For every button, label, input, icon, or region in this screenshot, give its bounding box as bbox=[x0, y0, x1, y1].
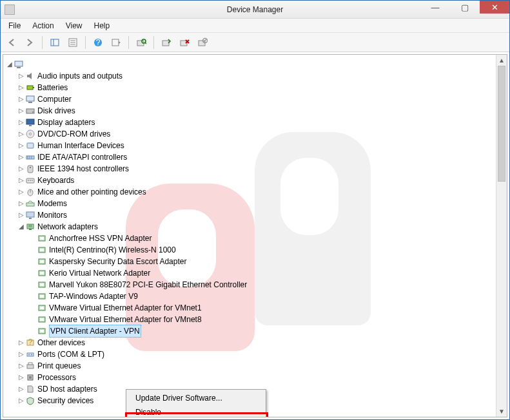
nic-icon bbox=[37, 291, 47, 301]
tree-category[interactable]: ▷Human Interface Devices bbox=[6, 140, 493, 151]
svg-rect-31 bbox=[27, 143, 34, 148]
tree-category[interactable]: ▷Modems bbox=[6, 198, 493, 209]
tree-device[interactable]: TAP-Windows Adapter V9 bbox=[6, 291, 493, 302]
expand-icon[interactable]: ▷ bbox=[17, 198, 25, 209]
category-icon bbox=[25, 349, 35, 359]
category-icon bbox=[25, 222, 35, 232]
svg-rect-0 bbox=[51, 39, 59, 46]
scroll-up-button[interactable]: ▲ bbox=[496, 55, 507, 66]
scroll-down-button[interactable]: ▼ bbox=[496, 406, 507, 417]
scan-hardware-button[interactable] bbox=[134, 35, 148, 50]
tree-category[interactable]: ▷DVD/CD-ROM drives bbox=[6, 128, 493, 140]
expand-icon[interactable]: ▷ bbox=[17, 105, 25, 117]
expand-icon[interactable]: ▷ bbox=[17, 395, 25, 406]
svg-point-37 bbox=[30, 167, 31, 168]
nav-back-button[interactable] bbox=[5, 35, 19, 50]
device-tree[interactable]: ◢▷Audio inputs and outputs▷Batteries▷Com… bbox=[3, 55, 496, 417]
expand-icon[interactable]: ▷ bbox=[17, 372, 25, 383]
svg-point-30 bbox=[30, 133, 32, 135]
svg-rect-20 bbox=[17, 67, 21, 68]
ctx-disable[interactable]: Disable bbox=[128, 405, 264, 417]
tree-category[interactable]: ▷Ports (COM & LPT) bbox=[6, 348, 493, 360]
uninstall-button[interactable] bbox=[177, 35, 191, 50]
expand-icon[interactable]: ▷ bbox=[17, 383, 25, 395]
expand-icon[interactable]: ▷ bbox=[17, 117, 25, 128]
tree-category[interactable]: ▷IDE ATA/ATAPI controllers bbox=[6, 151, 493, 163]
nic-icon bbox=[37, 326, 47, 336]
tree-category[interactable]: ▷IEEE 1394 host controllers bbox=[6, 163, 493, 175]
expand-icon[interactable]: ▷ bbox=[17, 186, 25, 198]
tree-device[interactable]: Marvell Yukon 88E8072 PCI-E Gigabit Ethe… bbox=[6, 279, 493, 291]
expand-icon[interactable]: ▷ bbox=[17, 209, 25, 221]
tree-device[interactable]: VMware Virtual Ethernet Adapter for VMne… bbox=[6, 314, 493, 325]
expand-icon[interactable]: ▷ bbox=[17, 128, 25, 140]
tree-category[interactable]: ▷Print queues bbox=[6, 360, 493, 372]
expand-icon[interactable]: ◢ bbox=[6, 59, 14, 70]
tree-category[interactable]: ▷Mice and other pointing devices bbox=[6, 186, 493, 198]
expand-icon[interactable]: ▷ bbox=[17, 93, 25, 105]
tree-category[interactable]: ▷Audio inputs and outputs bbox=[6, 70, 493, 82]
expand-icon[interactable]: ▷ bbox=[17, 360, 25, 372]
update-driver-button[interactable] bbox=[159, 35, 173, 50]
tree-category[interactable]: ▷Computer bbox=[6, 93, 493, 105]
tree-category-label: Other devices bbox=[37, 337, 85, 348]
scroll-track[interactable] bbox=[496, 66, 507, 406]
expand-icon[interactable]: ▷ bbox=[17, 140, 25, 151]
tree-category-label: IDE ATA/ATAPI controllers bbox=[37, 151, 127, 163]
ctx-update-driver[interactable]: Update Driver Software... bbox=[128, 391, 264, 405]
close-button[interactable]: ✕ bbox=[480, 1, 509, 14]
tree-category[interactable]: ▷Batteries bbox=[6, 82, 493, 93]
expand-icon[interactable]: ▷ bbox=[17, 151, 25, 163]
tree-device[interactable]: VMware Virtual Ethernet Adapter for VMne… bbox=[6, 302, 493, 314]
tree-category[interactable]: ◢Network adapters bbox=[6, 221, 493, 233]
tree-device[interactable]: Kerio Virtual Network Adapter bbox=[6, 267, 493, 279]
window-buttons: — ▢ ✕ bbox=[420, 1, 509, 14]
tree-category-label: Network adapters bbox=[37, 221, 98, 233]
scroll-thumb[interactable] bbox=[498, 66, 505, 182]
help-button[interactable]: ? bbox=[91, 35, 105, 50]
toolbar-separator bbox=[42, 36, 43, 49]
nic-icon bbox=[37, 268, 47, 278]
vertical-scrollbar[interactable]: ▲ ▼ bbox=[496, 55, 507, 417]
nic-icon bbox=[37, 233, 47, 243]
minimize-button[interactable]: — bbox=[420, 1, 450, 14]
tree-device[interactable]: Anchorfree HSS VPN Adapter bbox=[6, 233, 493, 244]
tree-device[interactable]: Kaspersky Security Data Escort Adapter bbox=[6, 256, 493, 267]
menu-file[interactable]: File bbox=[3, 20, 26, 32]
nic-icon bbox=[37, 314, 47, 325]
tree-category[interactable]: ▷Monitors bbox=[6, 209, 493, 221]
menu-view[interactable]: View bbox=[61, 20, 88, 32]
nav-forward-button[interactable] bbox=[23, 35, 37, 50]
tree-category[interactable]: ▷Keyboards bbox=[6, 175, 493, 186]
expand-icon[interactable]: ▷ bbox=[17, 163, 25, 175]
menubar: File Action View Help bbox=[1, 19, 509, 33]
menu-action[interactable]: Action bbox=[27, 20, 59, 32]
properties-button[interactable] bbox=[66, 35, 80, 50]
tree-category[interactable]: ▷Processors bbox=[6, 372, 493, 383]
tree-category-label: SD host adapters bbox=[37, 383, 97, 395]
window-title: Device Manager bbox=[227, 5, 283, 14]
menu-help[interactable]: Help bbox=[89, 20, 115, 32]
tree-category-label: Keyboards bbox=[37, 175, 74, 186]
expand-icon[interactable]: ▷ bbox=[17, 348, 25, 360]
tree-device[interactable]: Intel(R) Centrino(R) Wireless-N 1000 bbox=[6, 244, 493, 256]
titlebar[interactable]: Device Manager — ▢ ✕ bbox=[1, 1, 509, 19]
svg-rect-19 bbox=[15, 61, 23, 66]
tree-category[interactable]: ▷Display adapters bbox=[6, 117, 493, 128]
collapse-icon[interactable]: ◢ bbox=[17, 221, 25, 233]
disable-button[interactable] bbox=[195, 35, 210, 50]
expand-icon[interactable]: ▷ bbox=[17, 70, 25, 82]
expand-icon[interactable]: ▷ bbox=[17, 175, 25, 186]
nic-icon bbox=[37, 303, 47, 313]
tree-category[interactable]: ▷Disk drives bbox=[6, 105, 493, 117]
svg-rect-52 bbox=[40, 237, 44, 240]
expand-icon[interactable]: ▷ bbox=[17, 82, 25, 93]
tree-category[interactable]: ▷?Other devices bbox=[6, 337, 493, 348]
action-button[interactable] bbox=[109, 35, 123, 50]
show-hide-tree-button[interactable] bbox=[48, 35, 62, 50]
tree-root[interactable]: ◢ bbox=[6, 59, 493, 70]
maximize-button[interactable]: ▢ bbox=[450, 1, 480, 14]
toolbar-separator bbox=[153, 36, 154, 49]
tree-device[interactable]: VPN Client Adapter - VPN bbox=[6, 325, 493, 337]
expand-icon[interactable]: ▷ bbox=[17, 337, 25, 348]
